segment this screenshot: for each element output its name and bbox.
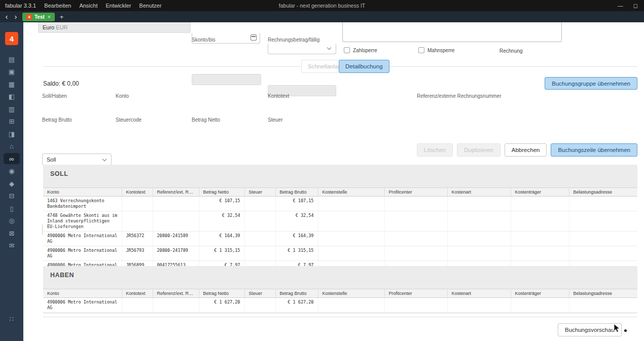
forward-icon[interactable]: › (11, 12, 20, 22)
sidebar-item-bank[interactable]: ⌂ (0, 140, 23, 153)
mahnsperre-checkbox[interactable] (418, 47, 424, 53)
cell (244, 211, 275, 232)
duplizieren-button[interactable]: Duplizieren (457, 143, 500, 157)
column-header[interactable]: Betrag Brutto (275, 289, 318, 298)
cell: JR56793 (122, 246, 153, 261)
soll-panel: SOLL KontoKontotextReferenz/ext. R.-Nr.B… (43, 165, 637, 277)
column-header[interactable]: Referenz/ext. R.-Nr. (153, 289, 199, 298)
loeschen-button[interactable]: Löschen (417, 143, 453, 157)
column-header[interactable]: Belastungsadresse (569, 188, 637, 197)
mahnsperre-checkbox-row: Mahnsperre (418, 47, 454, 53)
sidebar-item-link[interactable]: ∞ (0, 153, 23, 165)
buchungsgruppe-uebernehmen-button[interactable]: Buchungsgruppe übernehmen (545, 77, 637, 90)
column-header[interactable]: Belastungsadresse (569, 289, 637, 298)
cell (122, 298, 153, 313)
new-tab-button[interactable]: + (60, 13, 64, 21)
cell (318, 232, 384, 246)
calendar-icon[interactable] (251, 34, 257, 41)
tab-test[interactable]: 4 Test × (22, 13, 55, 21)
column-header[interactable]: Kostenträger (511, 289, 569, 298)
key-icon: ◧ (9, 93, 15, 100)
sidebar-item-book[interactable]: ▯ (0, 202, 23, 215)
column-header[interactable]: Betrag Brutto (275, 188, 318, 197)
sidebar-item-list[interactable]: ▤ (0, 53, 23, 66)
cell (384, 197, 447, 211)
column-header[interactable]: Profitcenter (384, 188, 447, 197)
table-row[interactable]: 4900006 Metro International AGJR56372208… (43, 232, 637, 246)
menu-entwickler[interactable]: Entwickler (105, 3, 131, 9)
column-header[interactable]: Betrag Netto (199, 188, 244, 197)
sidebar-item-search[interactable]: ○ (0, 331, 23, 341)
menu-bearbeiten[interactable]: Bearbeiten (44, 3, 71, 9)
column-header[interactable]: Profitcenter (384, 289, 447, 298)
sidebar-item-shield[interactable]: ◆ (0, 177, 23, 190)
cell (384, 211, 447, 232)
mail-icon: ✉ (9, 242, 15, 249)
sidebar-item-cart-check[interactable]: ⊠ (0, 227, 23, 240)
close-tab-icon[interactable]: × (48, 14, 51, 20)
skonto-input[interactable] (192, 74, 261, 85)
zahlsperre-checkbox[interactable] (344, 47, 350, 53)
cell: € 164,39 (275, 232, 318, 246)
column-header[interactable]: Kostenstelle (318, 289, 384, 298)
table-row[interactable]: 1463 Verrechnungskonto Bankdatenimport€ … (43, 197, 637, 211)
column-header[interactable]: Betrag Netto (199, 289, 244, 298)
tab-detailbuchung[interactable]: Detailbuchung (339, 60, 389, 73)
sidebar-item-apps-grid[interactable]: ∷ (0, 307, 23, 331)
cart-check-icon: ⊠ (9, 230, 15, 237)
cell (153, 298, 199, 313)
cell: € 1 627,20 (199, 298, 244, 313)
column-header[interactable]: Steuer (244, 289, 275, 298)
sidebar-item-mail[interactable]: ✉ (0, 240, 23, 252)
fabular-logo[interactable]: 4 (5, 32, 18, 45)
column-header[interactable]: Referenz/ext. R.-Nr. (153, 188, 199, 197)
top-dropdown[interactable] (268, 44, 336, 54)
main-content: Euro EUR Skonto/bis Rechnungsbetrag/fäll… (23, 22, 644, 341)
sidebar-item-person-gear[interactable]: ◎ (0, 215, 23, 228)
cell (122, 197, 153, 211)
table-row[interactable]: 4748 Gewährte Skonti aus im Inland steue… (43, 211, 637, 232)
cell (244, 232, 275, 246)
column-header[interactable]: Konto (43, 289, 122, 298)
sidebar-item-card[interactable]: ▥ (0, 103, 23, 116)
sidebar-bottom-nav: ∷○ (0, 307, 23, 341)
column-header[interactable]: Kostenart (447, 289, 511, 298)
cell (384, 232, 447, 246)
column-header[interactable]: Kostenstelle (318, 188, 384, 197)
sidebar-item-key[interactable]: ◧ (0, 91, 23, 103)
menu-benutzer[interactable]: Benutzer (139, 3, 162, 9)
sidebar-item-calculator[interactable]: ▦ (0, 78, 23, 91)
abbrechen-button[interactable]: Abbrechen (505, 143, 547, 157)
menu-ansicht[interactable]: Ansicht (79, 3, 97, 9)
faellig-label: Rechnungsbetrag/fällig (268, 37, 319, 43)
table-row[interactable]: 4900006 Metro International AG€ 1 627,20… (43, 298, 637, 313)
sidebar-item-cart[interactable]: ⊟ (0, 190, 23, 203)
soll-haben-select[interactable]: Soll (42, 154, 112, 165)
column-header[interactable]: Kontotext (122, 289, 153, 298)
restore-icon[interactable]: ◻ (633, 3, 638, 9)
cell (511, 298, 569, 313)
cell: € 1 315,15 (275, 246, 318, 261)
sidebar-item-spreadsheet[interactable]: ⊞ (0, 116, 23, 128)
column-header[interactable]: Kostenart (447, 188, 511, 197)
table-row[interactable]: 4900006 Metro International AGJR56793208… (43, 246, 637, 261)
buchungszeile-uebernehmen-button[interactable]: Buchungszeile übernehmen (551, 143, 637, 157)
sidebar-item-file-search[interactable]: ◨ (0, 128, 23, 140)
currency-field[interactable]: Euro EUR (38, 22, 191, 33)
sidebar-item-person[interactable]: ◉ (0, 165, 23, 178)
buchungsvorschau-button[interactable]: Buchungsvorschau (558, 323, 622, 336)
column-header[interactable]: Kostenträger (511, 188, 569, 197)
minimize-icon[interactable]: — (618, 3, 623, 9)
cell (318, 246, 384, 261)
back-icon[interactable]: ‹ (2, 12, 11, 22)
mahnsperre-label: Mahnsperre (427, 48, 454, 53)
cell (244, 298, 275, 313)
notes-textarea[interactable] (342, 22, 562, 42)
column-header[interactable]: Steuer (244, 188, 275, 197)
sidebar-item-documents[interactable]: ▣ (0, 66, 23, 79)
column-header[interactable]: Kontotext (122, 188, 153, 197)
card-icon: ▥ (9, 106, 15, 112)
column-header[interactable]: Konto (43, 188, 122, 197)
cell (569, 211, 637, 232)
tab-label: Test (34, 14, 45, 20)
